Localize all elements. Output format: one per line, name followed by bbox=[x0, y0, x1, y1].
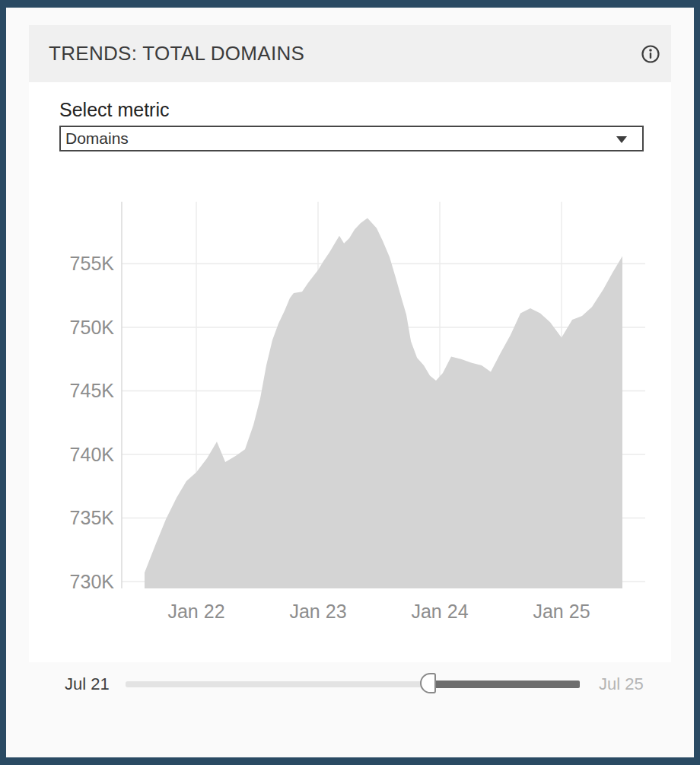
metric-select-label: Select metric bbox=[59, 99, 169, 121]
info-icon[interactable] bbox=[641, 44, 660, 64]
slider-selected-range[interactable] bbox=[428, 681, 580, 688]
caret-down-icon bbox=[616, 136, 627, 143]
window-frame: TRENDS: TOTAL DOMAINS Select metric Doma… bbox=[0, 0, 700, 765]
metric-dropdown-value: Domains bbox=[61, 129, 129, 148]
slider-handle[interactable] bbox=[420, 673, 436, 693]
slider-start-label: Jul 21 bbox=[65, 674, 110, 694]
slider-end-label: Jul 25 bbox=[599, 674, 644, 694]
panel-header: TRENDS: TOTAL DOMAINS bbox=[29, 25, 671, 82]
chart-plot-area[interactable] bbox=[122, 202, 645, 588]
panel-title: TRENDS: TOTAL DOMAINS bbox=[49, 42, 304, 65]
dashboard-page: TRENDS: TOTAL DOMAINS Select metric Doma… bbox=[6, 8, 694, 757]
metric-dropdown[interactable]: Domains bbox=[59, 126, 644, 151]
